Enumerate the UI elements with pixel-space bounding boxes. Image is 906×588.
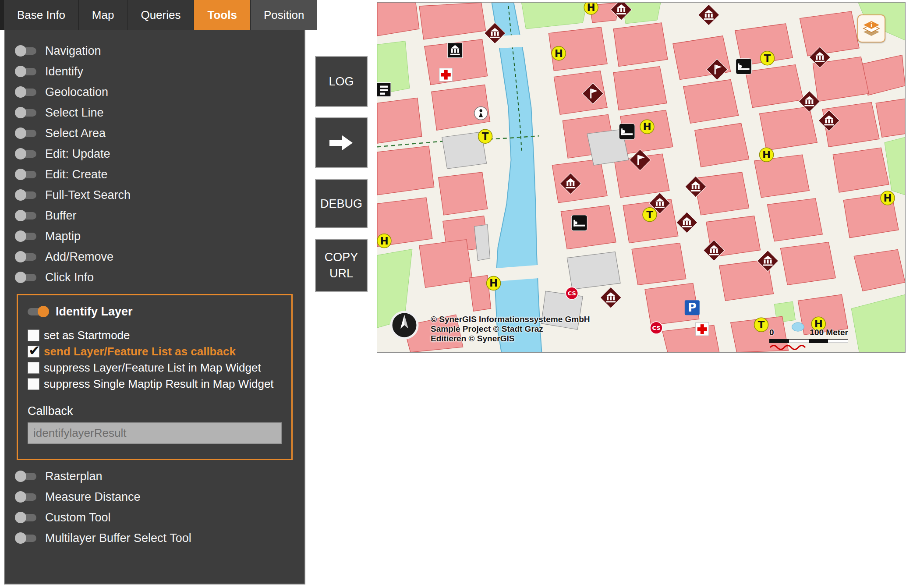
tab-base-info[interactable]: Base Info	[4, 0, 78, 30]
cs-marker[interactable]	[650, 322, 662, 334]
tool-toggle-edit-create[interactable]: Edit: Create	[16, 164, 304, 185]
cross-marker[interactable]	[696, 322, 709, 336]
attribution-line: Sample Project © Stadt Graz	[431, 324, 590, 334]
bars-marker[interactable]	[377, 83, 391, 97]
toggle-switch[interactable]	[16, 109, 36, 117]
option-label: set as Startmode	[44, 329, 130, 342]
tool-toggle-select-area[interactable]: Select Area	[16, 123, 304, 144]
scalebar-min: 0	[769, 328, 774, 337]
checkbox[interactable]	[28, 346, 39, 358]
h-marker[interactable]	[584, 3, 598, 14]
toggle-label: Geolocation	[45, 85, 108, 99]
debug-button[interactable]: DEBUG	[315, 179, 368, 228]
tool-toggle-full-text-search[interactable]: Full-Text Search	[16, 185, 304, 205]
tab-tools[interactable]: Tools	[194, 0, 250, 30]
toggle-switch[interactable]	[16, 212, 36, 220]
toggle-switch[interactable]	[16, 253, 36, 261]
h-marker[interactable]	[760, 148, 774, 162]
toggle-label: Buffer	[45, 209, 77, 223]
option-label: send Layer/Feature List as callback	[44, 345, 236, 358]
tool-toggle-maptip[interactable]: Maptip	[16, 226, 304, 247]
tab-queries[interactable]: Queries	[127, 0, 194, 30]
option-suppress-layer-feature-list-in-map-widget[interactable]: suppress Layer/Feature List in Map Widge…	[28, 360, 282, 376]
h-marker[interactable]	[881, 191, 895, 205]
layers-button[interactable]: i	[857, 14, 885, 43]
tool-toggle-add-remove[interactable]: Add/Remove	[16, 247, 304, 267]
toggle-switch[interactable]	[16, 89, 36, 96]
map-scalebar: 0 100 Meter	[769, 328, 848, 350]
option-send-layer-feature-list-as-callback[interactable]: send Layer/Feature List as callback	[28, 344, 282, 360]
hotel-marker[interactable]	[736, 59, 752, 74]
next-step-button[interactable]	[315, 117, 368, 168]
parking-marker[interactable]	[685, 300, 700, 315]
checkbox[interactable]	[28, 378, 39, 390]
option-suppress-single-maptip-result-in-map-widget[interactable]: suppress Single Maptip Result in Map Wid…	[28, 376, 282, 392]
t-marker[interactable]	[754, 318, 768, 332]
compass-icon[interactable]	[389, 309, 420, 341]
toggle-label: Select Line	[45, 106, 104, 120]
person-marker[interactable]	[474, 106, 488, 120]
cross-marker[interactable]	[439, 68, 453, 81]
tab-map[interactable]: Map	[79, 0, 127, 30]
tool-toggle-click-info[interactable]: Click Info	[16, 267, 304, 288]
toggle-label: Full-Text Search	[45, 188, 131, 202]
tool-toggle-custom-tool[interactable]: Custom Tool	[16, 507, 304, 528]
toggle-label: Measure Distance	[45, 490, 141, 504]
tool-list-bottom: Rasterplan Measure Distance Custom Tool …	[5, 460, 304, 549]
toggle-switch[interactable]	[16, 68, 36, 75]
h-marker[interactable]	[377, 234, 391, 248]
toggle-switch[interactable]	[16, 233, 36, 240]
toggle-label: Click Info	[45, 271, 94, 284]
option-label: suppress Layer/Feature List in Map Widge…	[44, 361, 261, 374]
tool-toggle-geolocation[interactable]: Geolocation	[16, 82, 304, 103]
toggle-switch[interactable]	[16, 150, 36, 158]
option-set-as-startmode[interactable]: set as Startmode	[28, 327, 282, 344]
tool-toggle-select-line[interactable]: Select Line	[16, 103, 304, 123]
tool-toggle-edit-update[interactable]: Edit: Update	[16, 144, 304, 164]
toggle-switch[interactable]	[16, 274, 36, 281]
t-marker[interactable]	[478, 129, 492, 143]
toggle-switch[interactable]	[16, 130, 36, 137]
option-label: suppress Single Maptip Result in Map Wid…	[44, 377, 274, 390]
toggle-label: Add/Remove	[45, 250, 113, 264]
cs-marker[interactable]	[566, 287, 578, 299]
toggle-label: Multilayer Buffer Select Tool	[45, 531, 191, 545]
toggle-switch[interactable]	[16, 473, 36, 480]
toggle-switch[interactable]	[16, 493, 36, 501]
t-marker[interactable]	[643, 208, 657, 222]
callback-input[interactable]	[28, 422, 282, 444]
tab-position[interactable]: Position	[251, 0, 318, 30]
checkbox[interactable]	[28, 362, 39, 374]
toggle-label: Rasterplan	[45, 470, 103, 483]
toggle-switch[interactable]	[16, 171, 36, 178]
h-marker[interactable]	[552, 46, 566, 60]
scalebar-bar	[769, 339, 848, 343]
hotel-marker[interactable]	[571, 215, 587, 231]
tool-toggle-navigation[interactable]: Navigation	[16, 41, 304, 61]
toggle-label: Maptip	[45, 230, 81, 243]
identify-layer-toggle[interactable]	[28, 308, 48, 315]
checkbox[interactable]	[28, 329, 39, 341]
h-marker[interactable]	[640, 120, 654, 134]
museum-square-marker[interactable]	[448, 43, 463, 58]
toggle-label: Select Area	[45, 127, 106, 140]
tool-toggle-identify[interactable]: Identify	[16, 61, 304, 82]
copy-url-button[interactable]: COPY URL	[315, 239, 368, 292]
tools-panel: Navigation Identify Geolocation Select L…	[4, 30, 305, 584]
log-button[interactable]: LOG	[315, 56, 368, 107]
toggle-switch[interactable]	[16, 514, 36, 521]
hotel-marker[interactable]	[619, 124, 635, 139]
tool-toggle-rasterplan[interactable]: Rasterplan	[16, 466, 304, 487]
t-marker[interactable]	[761, 51, 775, 65]
tool-toggle-measure-distance[interactable]: Measure Distance	[16, 487, 304, 507]
basemap-svg: H T	[377, 3, 905, 352]
toggle-switch[interactable]	[16, 47, 36, 55]
map-attribution: © SynerGIS Informationssysteme GmbHSampl…	[431, 315, 590, 344]
toggle-switch[interactable]	[16, 191, 36, 199]
h-marker[interactable]	[487, 276, 501, 290]
attribution-line: Editieren © SynerGIS	[431, 334, 590, 344]
toggle-switch[interactable]	[16, 535, 36, 542]
tool-toggle-buffer[interactable]: Buffer	[16, 205, 304, 226]
tool-toggle-multilayer-buffer-select-tool[interactable]: Multilayer Buffer Select Tool	[16, 528, 304, 549]
map-viewport[interactable]: H T	[377, 2, 906, 353]
